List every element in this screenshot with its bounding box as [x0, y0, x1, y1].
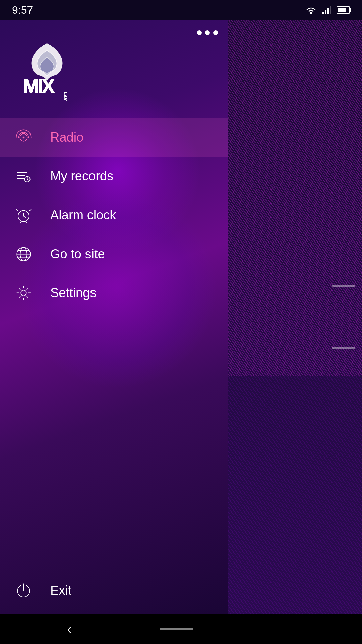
my-records-label: My records — [50, 169, 113, 183]
menu-item-exit[interactable]: Exit — [0, 567, 228, 614]
home-button[interactable] — [160, 628, 193, 630]
sidebar: MIX LAV RADIO — [0, 20, 228, 614]
logo-area: MIX LAV RADIO — [0, 20, 228, 114]
svg-text:MIX: MIX — [23, 76, 54, 96]
dot-3 — [213, 30, 218, 35]
svg-point-0 — [310, 12, 312, 14]
battery-icon — [337, 6, 350, 14]
dot-1 — [197, 30, 202, 35]
back-button[interactable]: ‹ — [67, 622, 71, 637]
wifi-icon — [305, 6, 317, 14]
status-icons — [305, 6, 350, 14]
status-bar: 9:57 — [0, 0, 362, 20]
svg-point-4 — [22, 136, 24, 138]
menu-item-my-records[interactable]: My records — [0, 157, 228, 196]
svg-line-10 — [27, 179, 29, 180]
go-to-site-label: Go to site — [50, 247, 105, 261]
power-icon — [13, 580, 34, 600]
settings-label: Settings — [50, 286, 96, 300]
signal-icon — [322, 6, 331, 14]
svg-line-13 — [23, 216, 26, 218]
menu-item-go-to-site[interactable]: Go to site — [0, 234, 228, 273]
settings-icon — [13, 283, 34, 303]
status-time: 9:57 — [12, 4, 33, 16]
main-content: MIX LAV RADIO — [0, 20, 362, 614]
right-panel — [228, 20, 362, 614]
radio-icon — [13, 127, 34, 147]
scroll-indicator-2 — [332, 347, 355, 349]
menu-item-radio[interactable]: Radio — [0, 118, 228, 157]
menu-items: Radio My records — [0, 114, 228, 567]
records-icon — [13, 166, 34, 186]
alarm-icon — [13, 205, 34, 225]
nav-bar: ‹ — [0, 614, 362, 644]
app-logo: MIX LAV RADIO — [13, 40, 80, 101]
dot-2 — [205, 30, 210, 35]
more-options-button[interactable] — [197, 30, 218, 35]
scroll-indicator-1 — [332, 285, 355, 287]
radio-label: Radio — [50, 130, 83, 145]
globe-icon — [13, 244, 34, 264]
menu-item-settings[interactable]: Settings — [0, 273, 228, 312]
scroll-indicators — [332, 285, 355, 349]
svg-point-19 — [21, 290, 26, 296]
menu-item-alarm-clock[interactable]: Alarm clock — [0, 196, 228, 234]
alarm-clock-label: Alarm clock — [50, 208, 116, 222]
exit-label: Exit — [50, 583, 71, 598]
svg-text:LAV RADIO: LAV RADIO — [63, 92, 67, 101]
